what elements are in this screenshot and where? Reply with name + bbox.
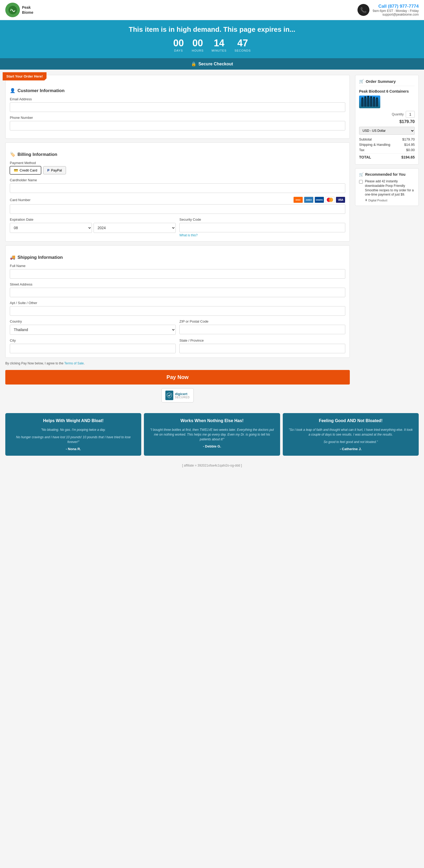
affiliate-footer: [ affiliate = 392021xfsw4c1qahi2o-og-ddd… [0, 461, 424, 470]
zip-input[interactable] [179, 325, 345, 334]
city-label: City [10, 338, 176, 342]
card-icons: DISC AMEX DINERS VISA [293, 197, 345, 203]
person-icon: 👤 [10, 88, 16, 93]
total-value: $194.65 [401, 155, 415, 159]
recommend-item: Please add 42 instantly downloadable Poo… [359, 179, 415, 202]
shipping-label: Shipping & Handling [359, 143, 390, 147]
seconds-value: 47 [237, 38, 248, 48]
mastercard-icon [325, 197, 335, 203]
credit-card-button[interactable]: 💳 Credit Card [10, 166, 41, 175]
country-zip-row: Country Thailand United States United Ki… [10, 319, 345, 335]
banner-title: This item is in high demand. This page e… [3, 25, 421, 34]
tag-icon: 🏷️ [10, 152, 16, 157]
phone-label: Phone Number [10, 116, 345, 120]
digicert-label: digicert [175, 392, 190, 396]
total-row: TOTAL $194.65 [359, 153, 415, 159]
digital-label: Digital Product [368, 199, 388, 202]
secure-checkout-bar: 🔒 Secure Checkout [0, 58, 424, 70]
hours-value: 00 [192, 38, 203, 48]
testimonial-quote1-2: "I bought three bottles at first, then T… [149, 427, 275, 442]
country-label: Country [10, 319, 176, 323]
zip-label: ZIP or Postal Code [179, 319, 345, 323]
expiry-label: Expiration Date [10, 218, 176, 221]
logo-area: Peak Biome [5, 3, 33, 17]
secure-checkout-label: Secure Checkout [198, 62, 233, 66]
quantity-value: 1 [406, 111, 415, 118]
discover-icon: DISC [293, 197, 303, 203]
start-order-tag: Start Your Order Here! [3, 72, 47, 81]
amex-icon: AMEX [304, 197, 313, 203]
business-hours: 9am-6pm EST · Monday - Friday [373, 9, 419, 13]
cart-icon: 🛒 [359, 79, 364, 84]
paypal-label: PayPal [51, 168, 62, 172]
contact-info: Call (877) 977-7774 9am-6pm EST · Monday… [373, 4, 419, 17]
paypal-button[interactable]: P PayPal [43, 166, 66, 175]
recommend-checkbox[interactable] [359, 180, 363, 184]
apt-input[interactable] [10, 306, 345, 316]
tax-label: Tax [359, 148, 364, 152]
visa-icon: VISA [336, 197, 345, 203]
phone-input[interactable] [10, 121, 345, 130]
site-header: Peak Biome 📞 Call (877) 977-7774 9am-6pm… [0, 0, 424, 20]
cardholder-input[interactable] [10, 183, 345, 193]
quantity-label: Quantity [392, 113, 404, 116]
total-label: TOTAL [359, 155, 371, 159]
city-input[interactable] [10, 344, 176, 353]
street-input[interactable] [10, 288, 345, 297]
logo-icon [5, 3, 20, 17]
expiry-year-select[interactable]: 2024 2025 2026 2027 2028 2029 2030 [93, 223, 176, 233]
digicert-sublabel: SECURED [175, 396, 190, 399]
street-address-group: Street Address [10, 282, 345, 297]
billing-section-header: 🏷️ Billing Information [10, 152, 345, 157]
testimonial-title-1: Helps With Weight AND Bloat! [10, 418, 137, 424]
contact-area: 📞 Call (877) 977-7774 9am-6pm EST · Mond… [358, 4, 419, 17]
testimonial-author-1: - Nona R. [10, 447, 137, 451]
terms-link[interactable]: Terms of Sale [64, 362, 84, 365]
city-group: City [10, 338, 176, 353]
terms-text: By clicking Pay Now below, I agree to th… [5, 362, 350, 365]
logo-text: Peak Biome [22, 5, 33, 14]
subtotal-row: Subtotal $179.70 [359, 137, 415, 141]
main-price: $179.70 [359, 119, 415, 124]
right-column: 🛒 Order Summary Peak BioBoost 6 Containe… [355, 75, 419, 206]
card-number-group: Card Number DISC AMEX DINERS VISA [10, 197, 345, 214]
subtotal-value: $179.70 [402, 137, 415, 141]
truck-icon: 🚚 [10, 255, 16, 260]
country-select[interactable]: Thailand United States United Kingdom Ca… [10, 325, 176, 335]
customer-information-section: 👤 Customer Information Email Address Pho… [5, 75, 350, 139]
phone-icon: 📞 [358, 4, 369, 16]
phone-number: Call (877) 977-7774 [373, 4, 419, 9]
state-input[interactable] [179, 344, 345, 353]
shipping-information-section: 🚚 Shipping Information Full Name Street … [5, 245, 350, 358]
pay-now-button[interactable]: Pay Now [5, 370, 350, 384]
apt-label: Apt / Suite / Other [10, 301, 345, 305]
cart-rec-icon: 🛒 [359, 172, 364, 177]
affiliate-text: [ affiliate = 392021xfsw4c1qahi2o-og-ddd… [182, 464, 242, 467]
main-content: Start Your Order Here! 👤 Customer Inform… [0, 70, 424, 408]
testimonial-title-2: Works When Nothing Else Has! [149, 418, 275, 424]
security-code-group: Security Code What is this? [179, 218, 345, 237]
expiry-month-select[interactable]: 01 02 03 04 05 06 07 08 09 10 11 12 [10, 223, 92, 233]
full-name-input[interactable] [10, 269, 345, 279]
countdown-banner: This item is in high demand. This page e… [0, 20, 424, 58]
payment-method-group: Payment Method 💳 Credit Card P PayPal [10, 161, 345, 175]
order-summary: 🛒 Order Summary Peak BioBoost 6 Containe… [355, 75, 419, 164]
security-code-input[interactable] [179, 223, 345, 232]
testimonial-quote2-3: So good to feel good and not bloated." [287, 439, 414, 444]
shipping-row: Shipping & Handling $14.95 [359, 143, 415, 147]
billing-section-title: Billing Information [18, 152, 57, 157]
testimonial-card-3: Feeling Good AND Not Bloated! "So I took… [283, 413, 419, 456]
lock-icon: 🔒 [191, 61, 196, 66]
hours-label: HOURS [192, 49, 204, 52]
days-label: DAYS [174, 49, 183, 52]
recommended-section: 🛒 Recommended for You Please add 42 inst… [355, 168, 419, 206]
left-column: Start Your Order Here! 👤 Customer Inform… [5, 75, 350, 403]
download-icon: ⬇ [365, 198, 367, 202]
testimonial-card-1: Helps With Weight AND Bloat! "No bloatin… [5, 413, 141, 456]
email-input[interactable] [10, 102, 345, 112]
testimonial-quote1-1: "No bloating. No gas. I'm pooping twice … [10, 427, 137, 432]
card-number-input[interactable] [10, 204, 345, 214]
product-image [359, 96, 415, 108]
what-is-this-link[interactable]: What is this? [179, 234, 345, 237]
currency-select[interactable]: USD - US Dollar EUR - Euro GBP - British… [359, 127, 415, 135]
